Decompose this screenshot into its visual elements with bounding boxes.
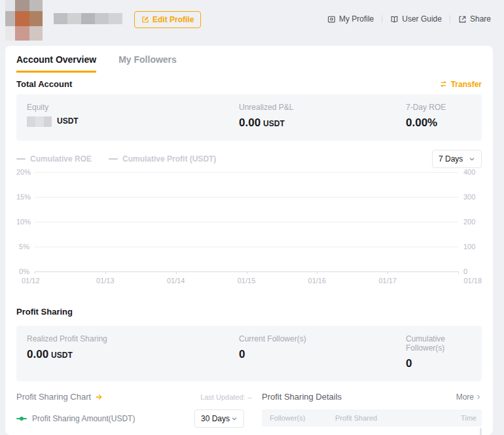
col-time: Time — [461, 414, 482, 422]
equity-unit: USDT — [57, 116, 79, 126]
line-marker-icon — [109, 158, 118, 160]
total-account-title: Total Account — [16, 79, 72, 89]
col-followers: Follower(s) — [262, 414, 335, 422]
edit-profile-label: Edit Profile — [153, 15, 194, 24]
share-icon — [458, 15, 467, 24]
roe-range-value: 7 Days — [439, 154, 463, 164]
unrealized-pnl-value: 0.00 USDT — [239, 116, 406, 130]
transfer-icon — [439, 80, 448, 88]
profit-sharing-chart-link[interactable]: Profit Sharing Chart — [16, 392, 103, 402]
profit-sharing-range-value: 30 Days — [201, 414, 230, 423]
equity-label: Equity — [27, 103, 239, 112]
current-followers-value: 0 — [239, 348, 406, 361]
divider — [450, 15, 450, 23]
my-profile-label: My Profile — [339, 14, 374, 24]
y-axis-left-tick: 20% — [16, 168, 29, 176]
realized-profit-sharing-value: 0.00 USDT — [27, 348, 239, 361]
arrow-right-icon — [95, 393, 103, 401]
share-label: Share — [470, 14, 491, 24]
roe-range-select[interactable]: 7 Days — [432, 150, 482, 168]
roe-label: 7-Day ROE — [406, 103, 471, 112]
tab-account-overview[interactable]: Account Overview — [16, 54, 96, 73]
y-axis-right-tick: 300 — [463, 193, 475, 201]
total-account-stats: Equity USDT Unrealized P&L 0.00 USDT 7-D… — [16, 94, 482, 141]
cumulative-followers-label: Cumulative Follower(s) — [406, 334, 471, 353]
profit-sharing-amount-legend[interactable]: Profit Sharing Amount(USDT) — [16, 414, 135, 423]
edit-profile-button[interactable]: Edit Profile — [134, 11, 201, 28]
legend-label: Cumulative ROE — [30, 154, 92, 164]
y-axis-right-tick: 400 — [463, 168, 475, 176]
roe-chart: 20% 15% 10% 5% 0% 400 300 200 100 0 01/1… — [16, 172, 482, 283]
chevron-down-icon — [469, 156, 475, 162]
tab-bar: Account Overview My Followers — [16, 46, 482, 73]
roe-chart-legend: Cumulative ROE Cumulative Profit (USDT) — [16, 154, 216, 164]
avatar — [5, 0, 43, 41]
x-axis-tick: 01/13 — [96, 277, 115, 285]
col-profit-shared: Profit Shared — [335, 414, 461, 422]
profit-sharing-stats: Realized Profit Sharing 0.00 USDT Curren… — [16, 326, 482, 381]
x-axis-tick: 01/16 — [308, 277, 327, 285]
table-scrollbar[interactable] — [480, 428, 482, 435]
account-overview-card: Account Overview My Followers Total Acco… — [5, 46, 493, 435]
id-card-icon — [327, 15, 336, 24]
x-axis-tick: 01/18 — [463, 277, 482, 285]
profit-sharing-range-select[interactable]: 30 Days — [194, 409, 244, 428]
last-updated-text: Last Updated: -- — [200, 393, 252, 401]
equity-value: USDT — [27, 116, 239, 127]
chevron-down-icon — [231, 415, 238, 422]
legend-label: Cumulative Profit (USDT) — [122, 154, 216, 164]
x-axis-tick: 01/12 — [22, 277, 40, 285]
transfer-button[interactable]: Transfer — [439, 80, 482, 89]
y-axis-right-tick: 0 — [463, 268, 467, 275]
y-axis-left-tick: 10% — [16, 218, 29, 226]
chevron-right-icon — [475, 394, 482, 400]
line-marker-icon — [16, 158, 26, 160]
share-link[interactable]: Share — [458, 14, 491, 24]
tab-my-followers[interactable]: My Followers — [118, 54, 177, 73]
x-axis-tick: 01/14 — [167, 277, 185, 285]
book-icon — [390, 15, 399, 24]
equity-value-redacted — [27, 116, 52, 127]
profit-sharing-title: Profit Sharing — [16, 307, 482, 317]
details-table-body — [262, 426, 482, 435]
legend-cumulative-profit[interactable]: Cumulative Profit (USDT) — [109, 154, 216, 164]
cumulative-followers-value: 0 — [406, 357, 471, 370]
roe-value: 0.00% — [406, 116, 471, 130]
legend-cumulative-roe[interactable]: Cumulative ROE — [16, 154, 92, 164]
transfer-label: Transfer — [451, 80, 482, 89]
more-label: More — [456, 392, 474, 402]
profit-sharing-chart-title: Profit Sharing Chart — [16, 392, 91, 402]
divider — [382, 15, 382, 23]
profit-sharing-amount-label: Profit Sharing Amount(USDT) — [32, 414, 135, 423]
realized-profit-sharing-label: Realized Profit Sharing — [27, 334, 239, 343]
current-followers-label: Current Follower(s) — [239, 334, 406, 343]
user-guide-label: User Guide — [402, 14, 442, 24]
y-axis-left-tick: 15% — [16, 193, 29, 201]
x-axis-tick: 01/15 — [238, 277, 256, 285]
user-guide-link[interactable]: User Guide — [390, 14, 442, 24]
y-axis-right-tick: 100 — [463, 243, 475, 251]
more-link[interactable]: More — [456, 392, 482, 402]
trader-name-redacted — [54, 13, 122, 24]
y-axis-left-tick: 5% — [16, 243, 29, 251]
profit-sharing-details-panel: Profit Sharing Details More Follower(s) … — [262, 392, 482, 435]
my-profile-link[interactable]: My Profile — [327, 14, 374, 24]
details-table-header: Follower(s) Profit Shared Time — [262, 409, 482, 426]
y-axis-left-tick: 0% — [16, 268, 29, 275]
y-axis-right-tick: 200 — [463, 218, 475, 226]
edit-icon — [141, 16, 149, 24]
profit-sharing-details-title: Profit Sharing Details — [262, 392, 342, 402]
unrealized-pnl-label: Unrealized P&L — [239, 103, 406, 112]
x-axis-tick: 01/17 — [378, 277, 397, 285]
green-line-marker-icon — [16, 418, 27, 419]
profit-sharing-chart-panel: Profit Sharing Chart Last Updated: -- Pr… — [16, 392, 252, 435]
page-header: Edit Profile My Profile User Guide — [0, 0, 504, 41]
